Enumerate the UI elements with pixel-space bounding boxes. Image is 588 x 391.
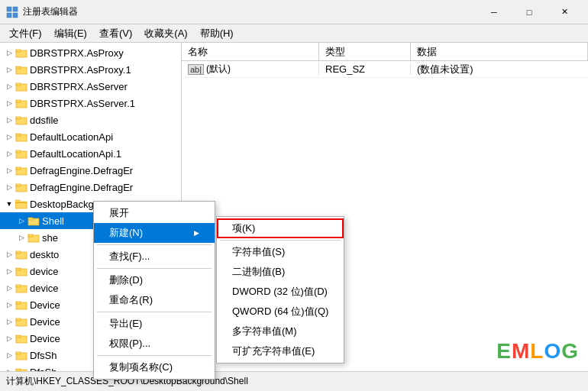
svg-rect-23 — [15, 200, 20, 202]
minimize-button[interactable]: ─ — [477, 0, 512, 24]
svg-rect-7 — [16, 66, 21, 69]
sub-ctx-binary[interactable]: 二进制值(B) — [217, 262, 344, 282]
tree-arrow-icon: ▷ — [15, 231, 27, 244]
tree-item-label: Device — [30, 299, 60, 311]
tree-arrow-icon: ▷ — [3, 265, 15, 277]
svg-rect-15 — [16, 134, 21, 136]
tree-arrow-icon: ▷ — [3, 164, 15, 176]
tree-arrow-icon: ▷ — [3, 80, 15, 92]
svg-rect-38 — [16, 318, 21, 321]
cell-data: (数值未设置) — [411, 63, 588, 76]
sub-ctx-string[interactable]: 字符串值(S) — [217, 242, 344, 262]
default-label: (默认) — [206, 63, 231, 76]
tree-arrow-icon: ▷ — [3, 366, 15, 371]
menu-view[interactable]: 查看(V) — [93, 25, 138, 42]
tree-item[interactable]: ▷ DefaultLocationApi.1 — [0, 145, 181, 162]
tree-item-label: device — [30, 266, 59, 277]
maximize-button[interactable]: □ — [512, 0, 547, 24]
window-controls: ─ □ ✕ — [477, 0, 582, 24]
tree-item[interactable]: ▷ ddsfile — [0, 111, 181, 128]
svg-rect-13 — [16, 117, 21, 119]
tree-arrow-icon: ▷ — [3, 147, 15, 160]
tree-arrow-icon: ▷ — [3, 349, 15, 361]
tree-arrow-icon: ▼ — [3, 198, 15, 210]
sub-context-menu[interactable]: 项(K) 字符串值(S) 二进制值(B) DWORD (32 位)值(D) QW… — [216, 216, 344, 364]
svg-rect-30 — [16, 251, 21, 254]
sub-ctx-key[interactable]: 项(K) — [217, 218, 344, 238]
tree-item[interactable]: ▷ DefragEngine.DefragEr — [0, 179, 181, 196]
folder-icon — [15, 265, 27, 277]
svg-rect-40 — [16, 335, 21, 338]
ctx-separator — [97, 244, 212, 245]
tree-item-label: DBRSTPRX.AsServer — [30, 81, 128, 92]
tree-item-label: DBRSTPRX.AsProxy — [30, 47, 124, 59]
svg-rect-34 — [16, 285, 21, 287]
col-header-type: 类型 — [319, 43, 411, 60]
tree-item-label: DBRSTPRX.AsServer.1 — [30, 98, 135, 109]
col-header-name: 名称 — [182, 43, 319, 60]
ab-icon: ab| — [188, 64, 204, 75]
ctx-separator — [97, 355, 212, 356]
folder-icon — [15, 282, 27, 294]
sub-ctx-expandstring[interactable]: 可扩充字符串值(E) — [217, 341, 344, 361]
menu-favorites[interactable]: 收藏夹(A) — [138, 25, 193, 42]
menu-file[interactable]: 文件(F) — [3, 25, 48, 42]
svg-rect-28 — [28, 234, 33, 237]
tree-item[interactable]: ▷ DBRSTPRX.AsServer — [0, 78, 181, 95]
ctx-separator — [97, 268, 212, 269]
folder-icon — [27, 215, 40, 227]
tree-item[interactable]: ▷ DefaultLocationApi — [0, 128, 181, 145]
ctx-find[interactable]: 查找(F)... — [94, 247, 215, 267]
folder-icon — [27, 231, 40, 244]
close-button[interactable]: ✕ — [547, 0, 582, 24]
ctx-export[interactable]: 导出(E) — [94, 314, 215, 334]
tree-arrow-icon: ▷ — [3, 332, 15, 344]
ctx-delete[interactable]: 删除(D) — [94, 270, 215, 290]
folder-icon — [15, 63, 27, 76]
folder-icon — [15, 164, 27, 176]
ctx-rename[interactable]: 重命名(R) — [94, 290, 215, 310]
sub-ctx-multistring[interactable]: 多字符串值(M) — [217, 322, 344, 341]
sub-ctx-key-label: 项(K) — [232, 221, 255, 235]
tree-arrow-icon: ▷ — [15, 215, 27, 227]
tree-item-label: DfsSh — [30, 350, 57, 361]
svg-rect-11 — [16, 100, 21, 102]
window-title: 注册表编辑器 — [23, 5, 477, 18]
table-row[interactable]: ab| (默认) REG_SZ (数值未设置) — [182, 61, 588, 78]
col-header-data: 数据 — [411, 43, 588, 60]
tree-item-label: DefaultLocationApi — [30, 131, 113, 143]
tree-arrow-icon: ▷ — [3, 63, 15, 76]
tree-item-label: DefragEngine.DefragEr — [30, 182, 133, 193]
tree-item-label: DefragEngine.DefragEr — [30, 165, 133, 176]
folder-open-icon — [15, 198, 27, 210]
tree-item[interactable]: ▷ DBRSTPRX.AsServer.1 — [0, 95, 181, 111]
tree-arrow-icon: ▷ — [3, 248, 15, 260]
svg-rect-0 — [7, 7, 11, 11]
tree-item[interactable]: ▷ DBRSTPRX.AsProxy — [0, 44, 181, 61]
ctx-permissions[interactable]: 权限(P)... — [94, 334, 215, 354]
tree-item[interactable]: ▷ DBRSTPRX.AsProxy.1 — [0, 61, 181, 78]
tree-item[interactable]: ▷ DefragEngine.DefragEr — [0, 162, 181, 179]
svg-rect-26 — [28, 218, 33, 220]
ctx-copyname[interactable]: 复制项名称(C) — [94, 357, 215, 377]
menu-bar: 文件(F) 编辑(E) 查看(V) 收藏夹(A) 帮助(H) — [0, 24, 588, 43]
svg-rect-42 — [16, 352, 21, 354]
tree-item-label: DBRSTPRX.AsProxy.1 — [30, 64, 131, 76]
cell-type: REG_SZ — [319, 63, 411, 75]
sub-ctx-qword[interactable]: QWORD (64 位)值(Q) — [217, 302, 344, 322]
ctx-new[interactable]: 新建(N) — [94, 223, 215, 243]
sub-ctx-dword[interactable]: DWORD (32 位)值(D) — [217, 282, 344, 302]
ctx-expand[interactable]: 展开 — [94, 203, 215, 223]
context-menu[interactable]: 展开 新建(N) 查找(F)... 删除(D) 重命名(R) 导出(E) 权限(… — [93, 201, 215, 380]
folder-icon — [15, 47, 27, 59]
svg-rect-24 — [15, 202, 27, 203]
tree-arrow-icon: ▷ — [3, 114, 15, 126]
menu-edit[interactable]: 编辑(E) — [48, 25, 93, 42]
svg-rect-36 — [16, 302, 21, 304]
svg-rect-9 — [16, 83, 21, 86]
tree-arrow-icon: ▷ — [3, 47, 15, 59]
menu-help[interactable]: 帮助(H) — [194, 25, 240, 42]
tree-item-label: deskto — [30, 249, 59, 260]
tree-item-label: Device — [30, 333, 60, 344]
folder-icon — [15, 97, 27, 109]
